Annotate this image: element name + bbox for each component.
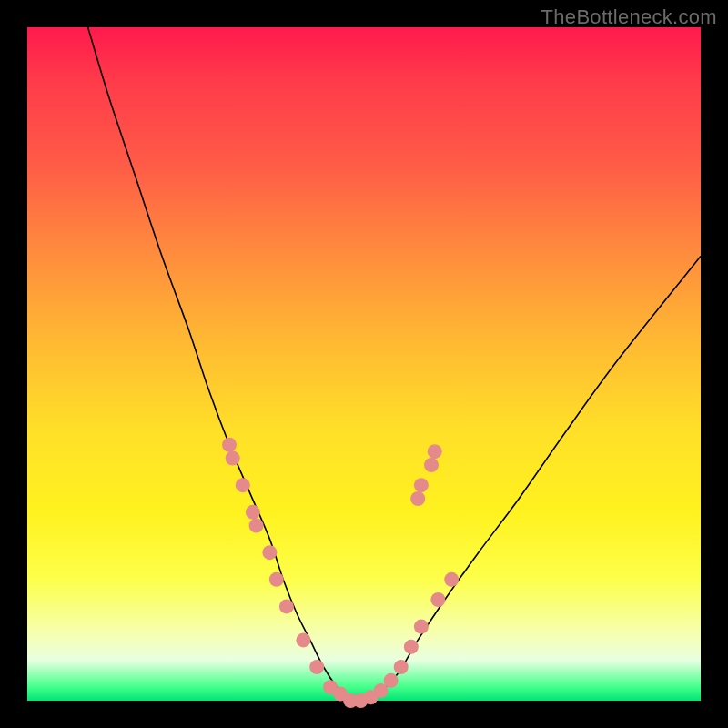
- curve-marker: [236, 478, 250, 492]
- curve-marker: [430, 592, 445, 607]
- curve-markers: [222, 438, 459, 708]
- curve-marker: [226, 451, 240, 466]
- chart-plot-area: [27, 27, 701, 701]
- curve-marker: [262, 545, 277, 560]
- curve-marker: [414, 620, 429, 634]
- curve-marker: [424, 458, 439, 472]
- curve-marker: [222, 438, 237, 452]
- curve-marker: [384, 673, 399, 688]
- curve-marker: [249, 519, 264, 533]
- curve-marker: [428, 444, 442, 459]
- curve-marker: [269, 572, 284, 587]
- curve-marker: [309, 660, 324, 674]
- curve-marker: [404, 640, 419, 654]
- curve-marker: [394, 660, 409, 674]
- curve-marker: [246, 505, 260, 520]
- curve-marker: [296, 632, 310, 647]
- curve-marker: [414, 478, 429, 492]
- bottleneck-curve: [88, 27, 701, 702]
- curve-marker: [279, 599, 294, 613]
- chart-svg: [27, 27, 701, 701]
- curve-marker: [444, 572, 459, 587]
- curve-marker: [410, 491, 425, 506]
- watermark-text: TheBottleneck.com: [541, 5, 717, 29]
